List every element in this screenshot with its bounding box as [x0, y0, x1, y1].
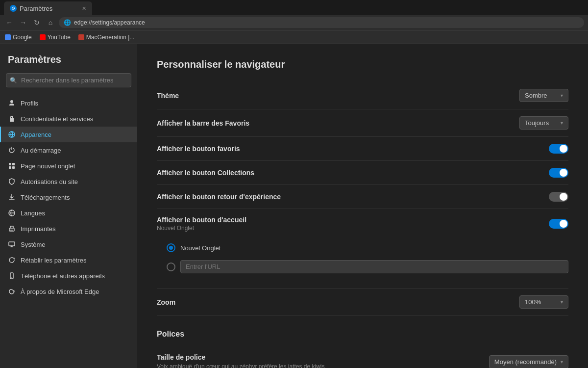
sidebar-item-langues-label: Langues	[21, 210, 45, 217]
zoom-label: Zoom	[157, 298, 175, 306]
main-container: Paramètres 🔍 Profils Confidentialité et …	[0, 44, 588, 368]
bookmark-youtube-label: YouTube	[48, 34, 71, 41]
bouton-experience-label: Afficher le bouton retour d'expérience	[157, 193, 281, 201]
sidebar-item-autorisations-label: Autorisations du site	[21, 178, 78, 185]
setting-row-favoris-bar: Afficher la barre des Favoris Toujours ▾	[157, 109, 568, 137]
bouton-favoris-toggle[interactable]	[549, 144, 568, 154]
sidebar-item-demarrage[interactable]: Au démarrage	[0, 142, 137, 158]
macgeneration-icon	[78, 34, 84, 40]
font-size-dropdown-arrow: ▾	[561, 359, 563, 365]
radio-circle-url	[167, 263, 175, 271]
svg-rect-2	[12, 163, 15, 165]
sidebar-item-apparence-label: Apparence	[21, 131, 51, 138]
lock-icon	[8, 115, 16, 123]
sidebar-item-confidentialite-label: Confidentialité et services	[21, 115, 93, 123]
content-area: Personnaliser le navigateur Thème Sombre…	[137, 44, 588, 368]
setting-row-font-size: Taille de police Voix ambiguë d'un cœur …	[157, 346, 568, 368]
svg-rect-7	[10, 230, 13, 231]
search-box: 🔍	[6, 73, 131, 87]
sidebar-item-systeme-label: Système	[21, 241, 46, 248]
sidebar-item-telechargements[interactable]: Téléchargements	[0, 189, 137, 205]
bouton-accueil-toggle[interactable]	[549, 219, 568, 229]
printer-icon	[8, 225, 16, 233]
sidebar-item-telephone-label: Téléphone et autres appareils	[21, 272, 105, 280]
globe-icon	[8, 131, 16, 138]
google-icon	[5, 34, 11, 40]
sidebar-item-onglet[interactable]: Page nouvel onglet	[0, 158, 137, 174]
sidebar-item-langues[interactable]: Langues	[0, 205, 137, 221]
bouton-accueil-sublabel: Nouvel Onglet	[157, 225, 246, 232]
bouton-accueil-label: Afficher le bouton d'accueil	[157, 216, 246, 224]
power-icon	[8, 146, 16, 154]
search-input[interactable]	[6, 73, 131, 87]
shield-icon	[8, 178, 16, 185]
favoris-bar-dropdown[interactable]: Toujours ▾	[519, 116, 568, 130]
radio-item-url[interactable]	[167, 256, 568, 277]
theme-dropdown[interactable]: Sombre ▾	[519, 89, 568, 102]
sidebar-item-systeme[interactable]: Système	[0, 237, 137, 252]
sidebar-item-demarrage-label: Au démarrage	[21, 147, 61, 154]
bookmark-macgeneration[interactable]: MacGeneration |...	[78, 34, 135, 41]
sidebar-item-telechargements-label: Téléchargements	[21, 194, 70, 201]
sidebar-item-imprimantes[interactable]: Imprimantes	[0, 221, 137, 237]
svg-rect-1	[9, 163, 11, 165]
bookmark-google[interactable]: Google	[5, 34, 32, 41]
sidebar-item-apparence[interactable]: Apparence	[0, 127, 137, 142]
active-tab[interactable]: ⚙ Paramètres ✕	[4, 1, 92, 15]
svg-rect-3	[9, 166, 11, 169]
sidebar-item-retablir-label: Rétablir les paramètres	[21, 257, 86, 264]
tab-favicon: ⚙	[10, 5, 17, 12]
url-input[interactable]	[180, 260, 568, 273]
sidebar-item-profils[interactable]: Profils	[0, 95, 137, 111]
tab-close-button[interactable]: ✕	[82, 5, 86, 12]
font-size-dropdown[interactable]: Moyen (recommandé) ▾	[489, 355, 568, 368]
forward-button[interactable]: →	[18, 17, 28, 28]
bouton-experience-toggle[interactable]	[549, 192, 568, 202]
back-button[interactable]: ←	[4, 17, 15, 28]
zoom-dropdown-arrow: ▾	[561, 299, 563, 305]
monitor-icon	[8, 240, 16, 248]
sidebar-item-autorisations[interactable]: Autorisations du site	[0, 174, 137, 189]
youtube-icon	[40, 34, 46, 40]
setting-row-zoom: Zoom 100% ▾	[157, 289, 568, 316]
sidebar-item-apropos[interactable]: À propos de Microsoft Edge	[0, 284, 137, 299]
fonts-section-title: Polices	[157, 330, 568, 339]
sidebar-item-onglet-label: Page nouvel onglet	[21, 162, 75, 170]
edge-logo-icon: 🌐	[64, 19, 71, 26]
favoris-bar-dropdown-arrow: ▾	[561, 120, 563, 126]
section-title: Personnaliser le navigateur	[157, 59, 568, 70]
bouton-collections-label: Afficher le bouton Collections	[157, 169, 254, 177]
sidebar-item-confidentialite[interactable]: Confidentialité et services	[0, 111, 137, 127]
address-text: edge://settings/appearance	[74, 19, 145, 26]
radio-item-nouvel-onglet[interactable]: Nouvel Onglet	[167, 239, 568, 256]
sidebar-item-retablir[interactable]: Rétablir les paramètres	[0, 252, 137, 268]
browser-toolbar: ← → ↻ ⌂ 🌐 edge://settings/appearance	[0, 15, 588, 30]
zoom-value: 100%	[525, 298, 541, 306]
sidebar-item-imprimantes-label: Imprimantes	[21, 225, 56, 233]
font-size-value: Moyen (recommandé)	[494, 358, 557, 366]
sidebar-item-telephone[interactable]: Téléphone et autres appareils	[0, 268, 137, 284]
language-icon	[8, 209, 16, 217]
sidebar-item-apropos-label: À propos de Microsoft Edge	[21, 288, 99, 295]
person-icon	[8, 99, 16, 107]
sidebar-item-profils-label: Profils	[21, 100, 38, 107]
reset-icon	[8, 256, 16, 264]
bookmark-google-label: Google	[13, 34, 32, 41]
bookmark-youtube[interactable]: YouTube	[40, 34, 71, 41]
bouton-favoris-label: Afficher le bouton favoris	[157, 145, 240, 153]
zoom-dropdown[interactable]: 100% ▾	[519, 295, 568, 309]
home-button[interactable]: ⌂	[45, 17, 56, 28]
setting-row-bouton-accueil: Afficher le bouton d'accueil Nouvel Ongl…	[157, 209, 568, 289]
radio-circle-nouvel-onglet	[167, 243, 175, 252]
reload-button[interactable]: ↻	[31, 17, 42, 28]
tab-bar: ⚙ Paramètres ✕	[0, 0, 588, 15]
radio-group-accueil: Nouvel Onglet	[157, 236, 568, 281]
download-icon	[8, 193, 16, 201]
tab-title: Paramètres	[20, 5, 52, 12]
setting-row-bouton-favoris: Afficher le bouton favoris	[157, 137, 568, 161]
bookmark-macgeneration-label: MacGeneration |...	[86, 34, 135, 41]
address-bar[interactable]: 🌐 edge://settings/appearance	[59, 17, 584, 28]
bouton-collections-toggle[interactable]	[549, 168, 568, 178]
phone-icon	[8, 272, 16, 280]
svg-rect-8	[9, 242, 15, 246]
